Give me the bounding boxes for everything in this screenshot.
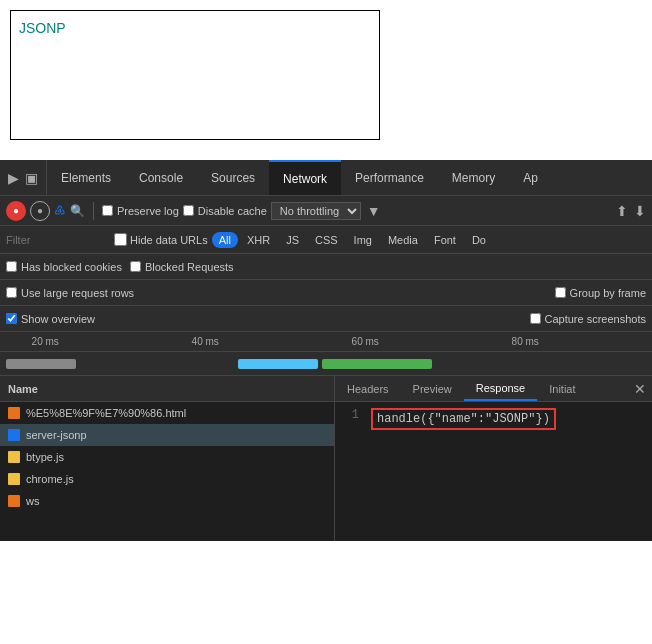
devtools-icons: ▶ ▣: [0, 160, 47, 195]
capture-screenshots-checkbox[interactable]: [530, 313, 541, 324]
hide-urls-label[interactable]: Hide data URLs: [114, 233, 208, 246]
filter-css[interactable]: CSS: [308, 232, 345, 248]
tab-elements[interactable]: Elements: [47, 160, 125, 195]
stop-button[interactable]: ●: [30, 201, 50, 221]
file-item-btype[interactable]: btype.js: [0, 446, 334, 468]
filter-input[interactable]: [6, 234, 106, 246]
name-column-header: Name: [8, 383, 38, 395]
options-bar-2: Use large request rows Group by frame: [0, 280, 652, 306]
js-file-icon-chrome: [8, 473, 20, 485]
devtools-tab-bar: ▶ ▣ Elements Console Sources Network Per…: [0, 160, 652, 196]
tab-more[interactable]: Ap: [509, 160, 552, 195]
file-item-server-jsonp[interactable]: server-jsonp: [0, 424, 334, 446]
filter-types: All XHR JS CSS Img Media Font Do: [212, 232, 493, 248]
jsonp-box: JSONP: [10, 10, 380, 140]
tab-console[interactable]: Console: [125, 160, 197, 195]
devtools-panel: ▶ ▣ Elements Console Sources Network Per…: [0, 160, 652, 541]
options-bar-3: Show overview Capture screenshots: [0, 306, 652, 332]
network-toolbar: ● ● ♶ 🔍 Preserve log Disable cache No th…: [0, 196, 652, 226]
file-list: Name %E5%8E%9F%E7%90%86.html server-json…: [0, 376, 335, 541]
filter-media[interactable]: Media: [381, 232, 425, 248]
tab-performance[interactable]: Performance: [341, 160, 438, 195]
file-name-btype: btype.js: [26, 451, 64, 463]
tab-preview[interactable]: Preview: [401, 376, 464, 401]
marker-60ms: 60 ms: [352, 336, 379, 347]
marker-20ms: 20 ms: [32, 336, 59, 347]
response-panel: ✕ Headers Preview Response Initiat 1 han…: [335, 376, 652, 541]
capture-screenshots-label[interactable]: Capture screenshots: [530, 313, 647, 325]
marker-40ms: 40 ms: [192, 336, 219, 347]
filter-font[interactable]: Font: [427, 232, 463, 248]
filter-js[interactable]: JS: [279, 232, 306, 248]
throttle-arrow-icon[interactable]: ▼: [367, 203, 381, 219]
panel-tabs: ✕ Headers Preview Response Initiat: [335, 376, 652, 402]
file-name-html: %E5%8E%9F%E7%90%86.html: [26, 407, 186, 419]
file-list-header: Name: [0, 376, 334, 402]
line-number: 1: [343, 408, 359, 422]
filter-doc[interactable]: Do: [465, 232, 493, 248]
large-rows-label[interactable]: Use large request rows: [6, 287, 134, 299]
blocked-requests-checkbox[interactable]: [130, 261, 141, 272]
panel-close-icon[interactable]: ✕: [634, 381, 646, 397]
options-bar-1: Has blocked cookies Blocked Requests: [0, 254, 652, 280]
line-code: handle({"name":"JSONP"}): [371, 408, 556, 430]
jsonp-text: JSONP: [19, 20, 66, 36]
group-by-frame-checkbox[interactable]: [555, 287, 566, 298]
timeline-markers: 20 ms 40 ms 60 ms 80 ms: [6, 332, 646, 351]
disable-cache-label[interactable]: Disable cache: [183, 205, 267, 217]
right-option-capture: Capture screenshots: [530, 313, 647, 325]
cursor-icon[interactable]: ▶: [8, 170, 19, 186]
js-file-icon-btype: [8, 451, 20, 463]
file-item-ws[interactable]: ws: [0, 490, 334, 512]
filter-bar: Hide data URLs All XHR JS CSS Img Media …: [0, 226, 652, 254]
marker-80ms: 80 ms: [512, 336, 539, 347]
large-rows-checkbox[interactable]: [6, 287, 17, 298]
search-icon[interactable]: 🔍: [70, 204, 85, 218]
top-section: JSONP: [0, 0, 652, 160]
file-name-server-jsonp: server-jsonp: [26, 429, 87, 441]
filter-all[interactable]: All: [212, 232, 238, 248]
progress-section: [0, 352, 652, 376]
ws-file-icon: [8, 495, 20, 507]
record-button[interactable]: ●: [6, 201, 26, 221]
file-name-chrome: chrome.js: [26, 473, 74, 485]
preserve-log-checkbox[interactable]: [102, 205, 113, 216]
file-item-html[interactable]: %E5%8E%9F%E7%90%86.html: [0, 402, 334, 424]
tab-response[interactable]: Response: [464, 376, 538, 401]
preserve-log-label[interactable]: Preserve log: [102, 205, 179, 217]
right-options: Group by frame: [555, 287, 646, 299]
tab-memory[interactable]: Memory: [438, 160, 509, 195]
group-by-frame-label[interactable]: Group by frame: [555, 287, 646, 299]
separator: [93, 202, 94, 220]
progress-bar-3: [322, 359, 432, 369]
tab-network[interactable]: Network: [269, 160, 341, 195]
upload-icon[interactable]: ⬆: [616, 203, 628, 219]
has-blocked-cookies-checkbox[interactable]: [6, 261, 17, 272]
main-content: Name %E5%8E%9F%E7%90%86.html server-json…: [0, 376, 652, 541]
filter-xhr[interactable]: XHR: [240, 232, 277, 248]
filter-icon[interactable]: ♶: [54, 203, 66, 218]
device-icon[interactable]: ▣: [25, 170, 38, 186]
timeline-bar: 20 ms 40 ms 60 ms 80 ms: [0, 332, 652, 352]
response-content: 1 handle({"name":"JSONP"}): [335, 402, 652, 541]
tab-initiator[interactable]: Initiat: [537, 376, 587, 401]
tab-headers[interactable]: Headers: [335, 376, 401, 401]
blue-file-icon: [8, 429, 20, 441]
file-item-chrome[interactable]: chrome.js: [0, 468, 334, 490]
blocked-requests-label[interactable]: Blocked Requests: [130, 261, 234, 273]
download-icon[interactable]: ⬇: [634, 203, 646, 219]
response-code-highlight: handle({"name":"JSONP"}): [371, 408, 556, 430]
show-overview-checkbox[interactable]: [6, 313, 17, 324]
html-file-icon: [8, 407, 20, 419]
filter-img[interactable]: Img: [347, 232, 379, 248]
tab-sources[interactable]: Sources: [197, 160, 269, 195]
disable-cache-checkbox[interactable]: [183, 205, 194, 216]
show-overview-label[interactable]: Show overview: [6, 313, 95, 325]
progress-bar-1: [6, 359, 76, 369]
file-name-ws: ws: [26, 495, 39, 507]
progress-bar-2: [238, 359, 318, 369]
throttle-select[interactable]: No throttling: [271, 202, 361, 220]
response-line-1: 1 handle({"name":"JSONP"}): [343, 408, 644, 430]
hide-urls-checkbox[interactable]: [114, 233, 127, 246]
has-blocked-cookies-label[interactable]: Has blocked cookies: [6, 261, 122, 273]
